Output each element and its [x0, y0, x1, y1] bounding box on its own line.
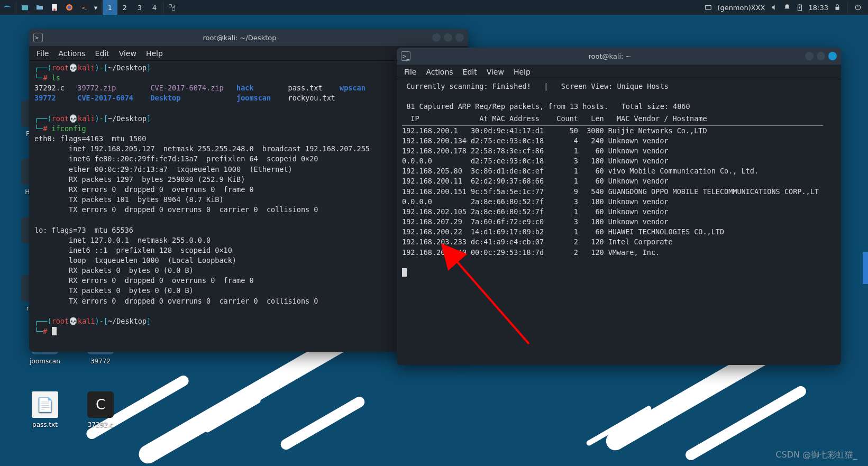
- tray-notification-icon[interactable]: [783, 4, 791, 11]
- svg-rect-13: [836, 7, 839, 10]
- menu-view[interactable]: View: [119, 49, 136, 58]
- menu-actions[interactable]: Actions: [426, 68, 453, 76]
- dropdown-icon[interactable]: ▾: [92, 0, 100, 15]
- arp-row: 192.168.205.803c:86:d1:de:8c:ef160vivo M…: [402, 166, 823, 176]
- tray-volume-icon[interactable]: [771, 4, 778, 11]
- svg-rect-0: [22, 5, 28, 10]
- workspaces: 1234: [103, 0, 162, 15]
- workspace-1[interactable]: 1: [103, 0, 117, 15]
- menu-edit[interactable]: Edit: [463, 68, 477, 76]
- desktop-icon-37292c[interactable]: C37292.c: [77, 391, 124, 428]
- desktop-icon-label: 37292.c: [77, 421, 124, 428]
- desktop-icon-pass[interactable]: 📄pass.txt: [21, 391, 69, 428]
- close-button[interactable]: [828, 52, 837, 60]
- tray-lock-icon[interactable]: [834, 4, 841, 11]
- bg-wave: [279, 395, 367, 451]
- window-overview-icon[interactable]: 2: [165, 0, 179, 15]
- svg-text:>_: >_: [82, 6, 87, 10]
- minimize-button[interactable]: [805, 52, 814, 60]
- arp-row: 192.168.202.14000:0c:29:53:18:7d2120VMwa…: [402, 248, 823, 258]
- menu-help[interactable]: Help: [146, 49, 163, 58]
- files-icon[interactable]: [17, 0, 32, 15]
- col-header: At MAC Address: [471, 114, 548, 125]
- workspace-3[interactable]: 3: [132, 0, 147, 15]
- arp-row: 0.0.0.02a:8e:66:80:52:7f3180Unknown vend…: [402, 197, 823, 207]
- terminal-content[interactable]: Currently scanning: Finished! | Screen V…: [397, 79, 841, 365]
- arp-row: 0.0.0.0d2:75:ee:93:0c:183180Unknown vend…: [402, 156, 823, 166]
- svg-point-2: [53, 8, 56, 11]
- tray-battery-icon[interactable]: [796, 4, 803, 11]
- terminal-launcher-icon[interactable]: >_: [77, 0, 92, 15]
- close-button[interactable]: [455, 33, 464, 42]
- side-handle: [863, 252, 868, 284]
- system-tray: (genmon)XXX 18:33: [705, 2, 868, 13]
- window-title: root@kali: ~/Desktop: [47, 34, 432, 42]
- watermark: CSDN @御七彩虹猫_: [775, 450, 857, 461]
- col-header: Count: [548, 114, 582, 125]
- arp-row: 192.168.200.134d2:75:ee:93:0c:184240Unkn…: [402, 136, 823, 146]
- arp-row: 192.168.203.233dc:41:a9:e4:eb:072120Inte…: [402, 237, 823, 247]
- firefox-icon[interactable]: [62, 0, 77, 15]
- titlebar[interactable]: >_ root@kali: ~/Desktop: [29, 29, 468, 46]
- note-icon[interactable]: [47, 0, 62, 15]
- window-title: root@kali: ~: [415, 52, 805, 60]
- col-header: MAC Vendor / Hostname: [608, 114, 823, 125]
- svg-rect-8: [172, 8, 175, 11]
- col-header: IP: [402, 114, 471, 125]
- desktop-icon-label: pass.txt: [21, 421, 69, 428]
- minimize-button[interactable]: [432, 33, 441, 42]
- kali-menu-icon[interactable]: [0, 0, 15, 15]
- svg-point-4: [68, 6, 71, 10]
- menu-edit[interactable]: Edit: [95, 49, 109, 58]
- window-app-icon: >_: [33, 33, 43, 42]
- workspace-2[interactable]: 2: [117, 0, 132, 15]
- tray-recorder-icon[interactable]: [705, 4, 712, 11]
- terminal-window-netdiscover[interactable]: >_ root@kali: ~ FileActionsEditViewHelp …: [397, 48, 841, 365]
- arp-table: IP At MAC Address Count Len MAC Vendor /…: [402, 114, 823, 257]
- tray-power-icon[interactable]: [854, 4, 862, 11]
- menubar: FileActionsEditViewHelp: [397, 65, 841, 79]
- svg-text:2: 2: [173, 4, 175, 7]
- folder-icon[interactable]: [32, 0, 47, 15]
- arp-row: 192.168.200.17822:58:78:3e:cf:86160Unkno…: [402, 146, 823, 156]
- arp-row: 192.168.200.2214:d1:69:17:09:b2160HUAWEI…: [402, 227, 823, 237]
- menu-file[interactable]: File: [36, 49, 49, 58]
- desktop-icon-label: joomscan: [21, 358, 69, 365]
- arp-row: 192.168.200.1519c:5f:5a:5e:1c:779540GUAN…: [402, 187, 823, 197]
- tray-clock[interactable]: 18:33: [809, 4, 828, 12]
- svg-rect-12: [799, 4, 800, 5]
- maximize-button[interactable]: [817, 52, 825, 60]
- arp-row: 192.168.202.1052a:8e:66:80:52:7f160Unkno…: [402, 207, 823, 217]
- menu-help[interactable]: Help: [514, 68, 531, 76]
- menu-view[interactable]: View: [487, 68, 504, 76]
- titlebar[interactable]: >_ root@kali: ~: [397, 48, 841, 65]
- tray-genmon[interactable]: (genmon)XXX: [717, 4, 765, 12]
- window-app-icon: >_: [401, 51, 410, 61]
- maximize-button[interactable]: [444, 33, 452, 42]
- menu-file[interactable]: File: [404, 68, 416, 76]
- arp-row: 192.168.200.1162:d2:90:37:68:66160Unknow…: [402, 176, 823, 186]
- top-panel: >_ ▾ 1234 2 (genmon)XXX 18:33: [0, 0, 868, 15]
- svg-rect-10: [706, 6, 711, 10]
- arp-row: 192.168.200.130:0d:9e:41:17:d1503000Ruij…: [402, 125, 823, 136]
- col-header: Len: [582, 114, 608, 125]
- svg-rect-7: [169, 5, 172, 7]
- workspace-4[interactable]: 4: [147, 0, 162, 15]
- desktop-icon-label: 39772: [77, 358, 124, 365]
- menu-actions[interactable]: Actions: [58, 49, 85, 58]
- arp-row: 192.168.207.297a:60:6f:72:e9:c03180Unkno…: [402, 217, 823, 227]
